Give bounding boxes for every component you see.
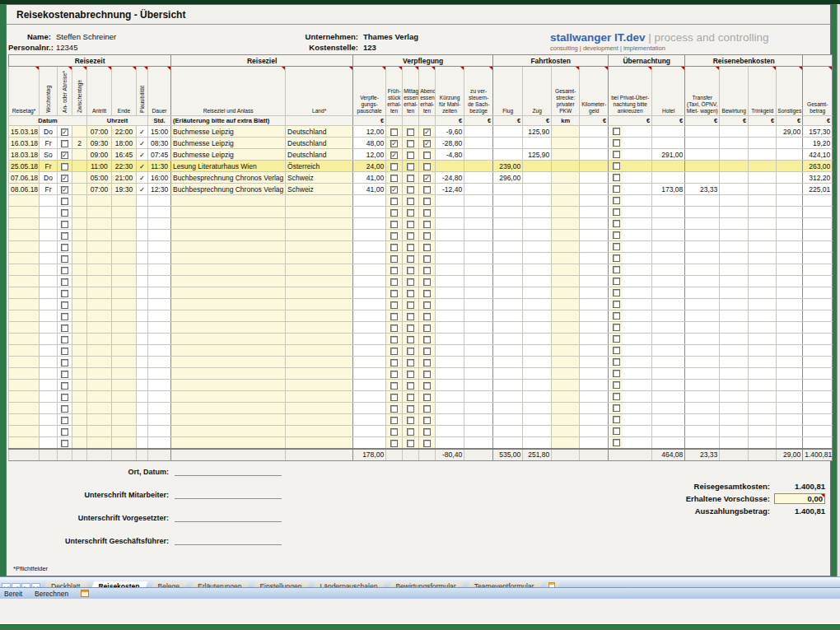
cell-bewirt[interactable] [720,218,749,230]
cell-bewirt[interactable] [720,195,749,207]
cell-trink[interactable] [749,276,777,287]
checkbox-abend[interactable] [423,186,431,194]
cell-dauer[interactable]: 15:00 [148,126,171,138]
cell-date[interactable] [9,287,40,299]
cell-fruh[interactable] [386,380,403,391]
cell-verpfl[interactable] [353,414,386,426]
cell-ende[interactable]: 22:30 [112,161,137,172]
checkbox-abend[interactable] [423,140,431,147]
checkbox-anab[interactable] [61,348,68,355]
checkbox-anab[interactable] [61,359,68,366]
cell-anab[interactable] [58,299,72,310]
cell-sonst[interactable] [777,426,803,437]
cell-dauer[interactable]: 11:30 [148,161,171,172]
cell-kmgeld[interactable] [580,368,609,380]
cell-pkw[interactable] [552,195,580,207]
cell-trink[interactable] [749,403,777,414]
cell-mittag[interactable] [403,230,419,241]
cell-fruh[interactable] [386,230,403,241]
cell-flug[interactable] [493,322,523,334]
cell-gesamt[interactable] [803,334,833,345]
cell-fruh[interactable] [386,184,403,195]
checkbox-mittag[interactable] [407,336,414,343]
cell-abend[interactable] [419,403,436,414]
cell-land[interactable] [286,299,353,310]
cell-kurzung[interactable] [436,403,464,414]
cell-zwisch[interactable]: 2 [72,138,87,149]
checkbox-fruh[interactable] [390,359,398,366]
cell-ende[interactable]: 22:00 [112,126,137,138]
cell-ende[interactable]: 18:00 [112,138,137,149]
cell-flug[interactable] [493,138,523,149]
cell-bewirt[interactable] [720,184,749,195]
cell-kmgeld[interactable] [580,414,609,426]
checkbox-mittag[interactable] [407,198,414,205]
checkbox-mittag[interactable] [407,140,414,147]
cell-bewirt[interactable] [720,357,749,368]
cell-hotel[interactable] [652,161,685,172]
cell-trink[interactable] [749,241,777,253]
cell-trink[interactable] [749,195,777,207]
cell-kurzung[interactable] [436,299,464,310]
checkbox-fruh[interactable] [390,440,398,447]
cell-abend[interactable] [419,126,436,138]
cell-ziel[interactable] [171,264,286,276]
cell-sonst[interactable] [777,345,803,357]
cell-zug[interactable] [523,437,552,450]
checkbox-fruh[interactable] [390,405,398,413]
cell-mittag[interactable] [403,426,419,437]
cell-gesamt[interactable] [803,264,833,276]
checkbox-abend[interactable] [423,278,431,286]
cell-verpfl[interactable] [353,195,386,207]
cell-fruh[interactable] [386,437,403,450]
unterschrift-mitarbeiter-line[interactable] [175,489,282,499]
cell-bewirt[interactable] [720,253,749,264]
cell-land[interactable] [286,357,353,368]
cell-zug[interactable] [523,299,552,310]
cell-sach[interactable] [464,414,493,426]
cell-ende[interactable] [112,437,137,450]
cell-zug[interactable] [523,287,552,299]
cell-kurzung[interactable]: -28,80 [436,138,464,149]
checkbox-mittag[interactable] [407,128,414,136]
checkbox-privat[interactable] [613,231,620,239]
cell-dauer[interactable] [148,276,171,287]
cell-day[interactable] [40,253,58,264]
cell-bewirt[interactable] [720,207,749,218]
cell-trink[interactable] [749,368,777,380]
cell-zwisch[interactable] [72,230,87,241]
cell-antritt[interactable]: 11:00 [87,161,112,172]
cell-abend[interactable] [419,310,436,322]
cell-fruh[interactable] [386,149,403,161]
cell-zwisch[interactable] [72,149,87,161]
cell-dauer[interactable] [148,195,171,207]
cell-gesamt[interactable] [803,414,833,426]
cell-bewirt[interactable] [720,322,749,334]
cell-gesamt[interactable]: 424,10 [803,149,833,161]
cell-transfer[interactable] [685,310,720,322]
cell-kmgeld[interactable] [580,334,609,345]
cell-zwisch[interactable] [72,218,87,230]
cell-privat[interactable] [609,334,652,345]
cell-ende[interactable] [112,299,137,310]
cell-hotel[interactable] [652,172,685,184]
cell-verpfl[interactable]: 24,00 [353,161,386,172]
cell-kmgeld[interactable] [580,138,609,149]
cell-sonst[interactable] [777,368,803,380]
cell-hotel[interactable] [652,126,685,138]
cell-fruh[interactable] [386,264,403,276]
cell-sonst[interactable] [777,207,803,218]
cell-dauer[interactable] [148,380,171,391]
cell-zwisch[interactable] [72,368,87,380]
cell-abend[interactable] [419,276,436,287]
cell-hotel[interactable] [652,276,685,287]
cell-privat[interactable] [609,184,652,195]
cell-kmgeld[interactable] [580,403,609,414]
cell-fruh[interactable] [386,426,403,437]
cell-flug[interactable]: 239,00 [493,161,523,172]
checkbox-abend[interactable] [423,440,431,447]
cell-fruh[interactable] [386,287,403,299]
checkbox-privat[interactable] [613,358,620,366]
checkbox-privat[interactable] [613,301,620,308]
cell-mittag[interactable] [403,126,419,138]
